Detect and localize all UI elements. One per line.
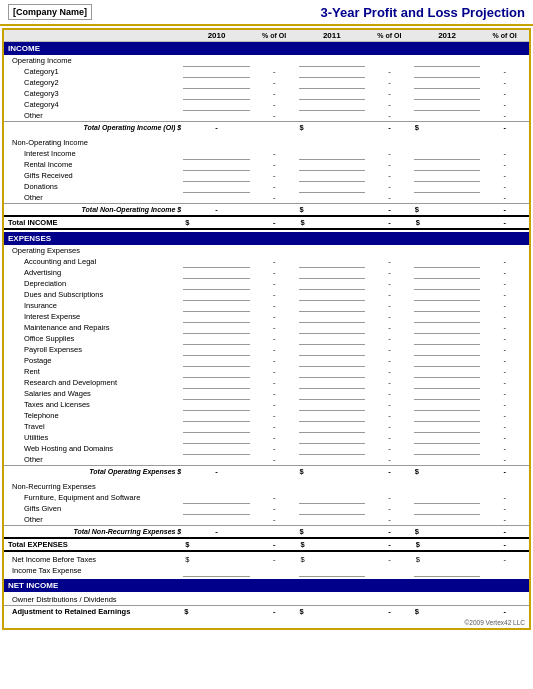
- travel-2011[interactable]: [299, 421, 366, 432]
- oe-other-2011[interactable]: [299, 454, 366, 466]
- interest-2012[interactable]: [414, 148, 481, 159]
- payroll-2010[interactable]: [183, 344, 250, 355]
- ins-2010[interactable]: [183, 300, 250, 311]
- cat3-2011[interactable]: [299, 88, 366, 99]
- noi-other-2011[interactable]: [299, 192, 366, 204]
- postage-2011[interactable]: [299, 355, 366, 366]
- donations-2010[interactable]: [183, 181, 250, 192]
- nre-other-2010[interactable]: [183, 514, 250, 526]
- nre-other-2012[interactable]: [414, 514, 481, 526]
- payroll-2012[interactable]: [414, 344, 481, 355]
- rd-2010[interactable]: [183, 377, 250, 388]
- other-2011[interactable]: [299, 110, 366, 122]
- office-2011[interactable]: [299, 333, 366, 344]
- itax-2012[interactable]: [414, 565, 481, 576]
- adv-2011[interactable]: [299, 267, 366, 278]
- cat2-2012[interactable]: [414, 77, 481, 88]
- itax-2010[interactable]: [183, 565, 250, 576]
- tel-2012[interactable]: [414, 410, 481, 421]
- postage-2010[interactable]: [183, 355, 250, 366]
- other-2010[interactable]: [183, 110, 250, 122]
- other-2012[interactable]: [414, 110, 481, 122]
- donations-2011[interactable]: [299, 181, 366, 192]
- noi-other-2010[interactable]: [183, 192, 250, 204]
- tel-2010[interactable]: [183, 410, 250, 421]
- furn-2011[interactable]: [299, 492, 366, 503]
- gifts-rec-2012[interactable]: [414, 170, 481, 181]
- postage-2012[interactable]: [414, 355, 481, 366]
- dues-2011[interactable]: [299, 289, 366, 300]
- web-2012[interactable]: [414, 443, 481, 454]
- sal-2010[interactable]: [183, 388, 250, 399]
- adv-2012[interactable]: [414, 267, 481, 278]
- office-2012[interactable]: [414, 333, 481, 344]
- rental-2011[interactable]: [299, 159, 366, 170]
- cat4-2010[interactable]: [183, 99, 250, 110]
- furn-2012[interactable]: [414, 492, 481, 503]
- tax-2010[interactable]: [183, 399, 250, 410]
- maint-2011[interactable]: [299, 322, 366, 333]
- itax-2011[interactable]: [299, 565, 366, 576]
- dep-2011[interactable]: [299, 278, 366, 289]
- gifts-giv-2012[interactable]: [414, 503, 481, 514]
- oe-other-2012[interactable]: [414, 454, 481, 466]
- rental-2012[interactable]: [414, 159, 481, 170]
- tax-2012[interactable]: [414, 399, 481, 410]
- travel-2012[interactable]: [414, 421, 481, 432]
- gifts-giv-2010[interactable]: [183, 503, 250, 514]
- util-2010[interactable]: [183, 432, 250, 443]
- int-exp-2012[interactable]: [414, 311, 481, 322]
- acct-2012[interactable]: [414, 256, 481, 267]
- cat4-2011[interactable]: [299, 99, 366, 110]
- acct-2010[interactable]: [183, 256, 250, 267]
- cat3-2012[interactable]: [414, 88, 481, 99]
- int-exp-2010[interactable]: [183, 311, 250, 322]
- nre-other-2011[interactable]: [299, 514, 366, 526]
- oi-2010-input[interactable]: [183, 55, 250, 66]
- cat1-2010[interactable]: [183, 66, 250, 77]
- util-2012[interactable]: [414, 432, 481, 443]
- tel-2011[interactable]: [299, 410, 366, 421]
- rent-2010[interactable]: [183, 366, 250, 377]
- gifts-rec-2011[interactable]: [299, 170, 366, 181]
- cat2-2010[interactable]: [183, 77, 250, 88]
- web-2011[interactable]: [299, 443, 366, 454]
- rental-2010[interactable]: [183, 159, 250, 170]
- util-2011[interactable]: [299, 432, 366, 443]
- maint-2010[interactable]: [183, 322, 250, 333]
- noi-other-2012[interactable]: [414, 192, 481, 204]
- web-2010[interactable]: [183, 443, 250, 454]
- dues-2012[interactable]: [414, 289, 481, 300]
- sal-2012[interactable]: [414, 388, 481, 399]
- donations-2012[interactable]: [414, 181, 481, 192]
- int-exp-2011[interactable]: [299, 311, 366, 322]
- ins-2012[interactable]: [414, 300, 481, 311]
- cat1-2012[interactable]: [414, 66, 481, 77]
- oe-other-2010[interactable]: [183, 454, 250, 466]
- furn-2010[interactable]: [183, 492, 250, 503]
- oi-2011-input[interactable]: [299, 55, 366, 66]
- cat4-2012[interactable]: [414, 99, 481, 110]
- sal-2011[interactable]: [299, 388, 366, 399]
- dues-2010[interactable]: [183, 289, 250, 300]
- cat3-2010[interactable]: [183, 88, 250, 99]
- acct-2011[interactable]: [299, 256, 366, 267]
- rd-2012[interactable]: [414, 377, 481, 388]
- maint-2012[interactable]: [414, 322, 481, 333]
- rent-2011[interactable]: [299, 366, 366, 377]
- rent-2012[interactable]: [414, 366, 481, 377]
- ins-2011[interactable]: [299, 300, 366, 311]
- cat1-2011[interactable]: [299, 66, 366, 77]
- office-2010[interactable]: [183, 333, 250, 344]
- interest-2010[interactable]: [183, 148, 250, 159]
- gifts-rec-2010[interactable]: [183, 170, 250, 181]
- tax-2011[interactable]: [299, 399, 366, 410]
- interest-2011[interactable]: [299, 148, 366, 159]
- gifts-giv-2011[interactable]: [299, 503, 366, 514]
- dep-2010[interactable]: [183, 278, 250, 289]
- cat2-2011[interactable]: [299, 77, 366, 88]
- rd-2011[interactable]: [299, 377, 366, 388]
- adv-2010[interactable]: [183, 267, 250, 278]
- dep-2012[interactable]: [414, 278, 481, 289]
- oi-2012-input[interactable]: [414, 55, 481, 66]
